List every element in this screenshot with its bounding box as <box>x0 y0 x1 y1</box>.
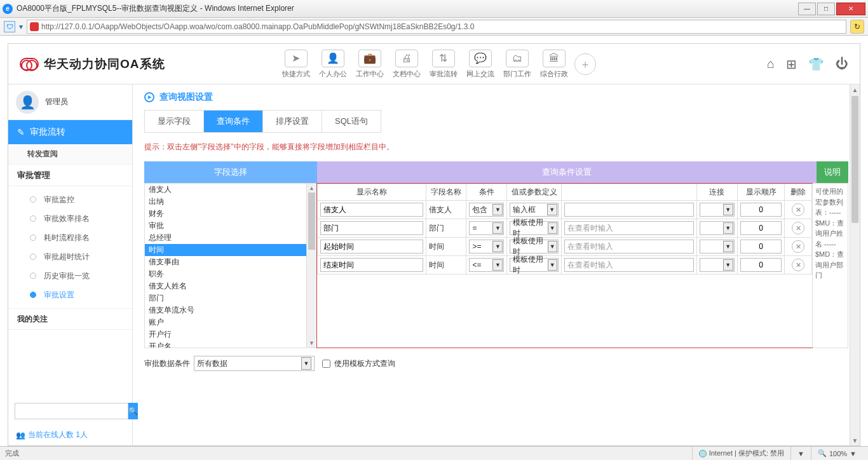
operator-select[interactable]: >=▼ <box>469 240 504 254</box>
power-icon[interactable]: ⏻ <box>836 57 848 72</box>
field-item[interactable]: 部门 <box>145 292 306 304</box>
display-name-input[interactable] <box>320 240 423 254</box>
topnav-icon: 👤 <box>322 50 344 67</box>
tab-1[interactable]: 查询条件 <box>204 111 263 132</box>
connector-select[interactable]: ▼ <box>700 203 735 217</box>
topnav-item-3[interactable]: 🖨文档中心 <box>390 50 423 79</box>
operator-select[interactable]: =▼ <box>469 221 504 235</box>
field-item[interactable]: 借支人姓名 <box>145 280 306 292</box>
maximize-button[interactable]: □ <box>817 3 835 15</box>
sidebar-item-3[interactable]: 审批超时统计 <box>8 247 132 266</box>
field-item[interactable]: 账户 <box>145 316 306 328</box>
order-input[interactable] <box>740 240 782 254</box>
sidebar-subitem-forward[interactable]: 转发查阅 <box>8 144 132 165</box>
cond-col-header: 删除 <box>785 184 812 201</box>
condition-table: 显示名称字段名称条件值或参数定义连接显示顺序删除借支人包含▼输入框▼▼✕部门=▼… <box>317 184 812 348</box>
status-zone: Internet | 保护模式: 禁用 <box>692 447 790 460</box>
add-nav-button[interactable]: ＋ <box>574 53 596 75</box>
zoom-control[interactable]: 🔍 100% ▼ <box>811 447 863 460</box>
valtype-select[interactable]: 模板使用时▼ <box>510 240 558 254</box>
sidebar-item-0[interactable]: 审批监控 <box>8 190 132 209</box>
valtype-select[interactable]: 模板使用时▼ <box>510 258 558 272</box>
data-scope-select[interactable]: 所有数据 ▼ <box>194 356 315 371</box>
online-count[interactable]: 👥 当前在线人数 1人 <box>8 424 132 445</box>
sidebar-search-input[interactable] <box>15 403 128 419</box>
value-input[interactable] <box>564 221 694 235</box>
value-input[interactable] <box>564 203 694 217</box>
scroll-down-icon[interactable]: ▼ <box>307 339 316 348</box>
minimize-button[interactable]: — <box>798 3 816 15</box>
scroll-up-icon[interactable]: ▲ <box>850 85 860 95</box>
operator-select[interactable]: <=▼ <box>469 258 504 272</box>
order-input[interactable] <box>740 258 782 272</box>
topnav-item-2[interactable]: 💼工作中心 <box>353 50 386 79</box>
field-scrollbar[interactable]: ▲ ▼ <box>306 184 316 348</box>
field-item[interactable]: 借支单流水号 <box>145 304 306 316</box>
display-name-input[interactable] <box>320 258 423 272</box>
sidebar-active-module[interactable]: ✎ 审批流转 <box>8 120 132 144</box>
scroll-thumb[interactable] <box>851 96 858 223</box>
sidebar-item-1[interactable]: 审批效率排名 <box>8 209 132 228</box>
operator-select[interactable]: 包含▼ <box>469 203 504 217</box>
value-input[interactable] <box>564 240 694 254</box>
scroll-up-icon[interactable]: ▲ <box>307 184 316 193</box>
main-scrollbar[interactable]: ▲ ▼ <box>850 85 860 445</box>
topnav-item-0[interactable]: ➤快捷方式 <box>280 50 313 79</box>
tab-2[interactable]: 排序设置 <box>263 111 322 132</box>
display-name-input[interactable] <box>320 221 423 235</box>
topnav-item-6[interactable]: 🗂部门工作 <box>501 50 534 79</box>
status-protect-toggle[interactable]: ▼ <box>790 447 811 460</box>
delete-row-button[interactable]: ✕ <box>792 240 804 253</box>
sidebar-group-follow[interactable]: 我的关注 <box>8 308 132 330</box>
header-help[interactable]: 说明 <box>817 161 848 183</box>
close-button[interactable]: ✕ <box>836 3 865 15</box>
scroll-down-icon[interactable]: ▼ <box>850 435 860 445</box>
connector-select[interactable]: ▼ <box>700 240 735 254</box>
tab-3[interactable]: SQL语句 <box>322 111 381 132</box>
field-item[interactable]: 开户名 <box>145 341 306 348</box>
order-input[interactable] <box>740 203 782 217</box>
display-name-input[interactable] <box>320 203 423 217</box>
field-list[interactable]: 借支人出纳财务审批总经理时间借支事由职务借支人姓名部门借支单流水号账户开户行开户… <box>145 184 306 348</box>
approval-icon: ✎ <box>17 127 25 137</box>
sidebar-item-5[interactable]: 审批设置 <box>8 285 132 304</box>
valtype-select[interactable]: 输入框▼ <box>510 203 558 217</box>
topnav-item-4[interactable]: ⇅审批流转 <box>427 50 460 79</box>
field-item[interactable]: 职务 <box>145 268 306 280</box>
apps-icon[interactable]: ⊞ <box>786 57 797 72</box>
delete-row-button[interactable]: ✕ <box>792 259 804 271</box>
topnav-item-5[interactable]: 💬网上交流 <box>464 50 497 79</box>
value-input[interactable] <box>564 258 694 272</box>
security-shield-icon[interactable]: 🛡 <box>4 21 15 32</box>
sidebar-item-4[interactable]: 历史审批一览 <box>8 266 132 285</box>
topnav-item-7[interactable]: 🏛综合行政 <box>538 50 571 79</box>
field-item[interactable]: 时间 <box>145 244 306 256</box>
topnav-item-1[interactable]: 👤个人办公 <box>316 50 349 79</box>
field-item[interactable]: 总经理 <box>145 232 306 244</box>
field-name-cell: 借支人 <box>426 201 466 219</box>
field-item[interactable]: 借支人 <box>145 184 306 196</box>
field-item[interactable]: 审批 <box>145 220 306 232</box>
valtype-select[interactable]: 模板使用时▼ <box>510 221 558 235</box>
field-item[interactable]: 出纳 <box>145 196 306 208</box>
scroll-thumb[interactable] <box>308 193 315 250</box>
sidebar-group-manage[interactable]: 审批管理 <box>8 165 132 186</box>
template-mode-checkbox[interactable] <box>322 360 330 368</box>
field-item[interactable]: 借支事由 <box>145 256 306 268</box>
sidebar-item-2[interactable]: 耗时流程排名 <box>8 228 132 247</box>
order-input[interactable] <box>740 221 782 235</box>
delete-row-button[interactable]: ✕ <box>792 203 804 216</box>
shirt-icon[interactable]: 👕 <box>808 57 824 72</box>
tab-0[interactable]: 显示字段 <box>145 111 204 132</box>
home-icon[interactable]: ⌂ <box>767 57 775 72</box>
delete-row-button[interactable]: ✕ <box>792 222 804 234</box>
bullet-icon <box>30 234 36 241</box>
url-input[interactable]: http://127.0.0.1/OAapp/WebObjects/OAapp.… <box>27 20 846 34</box>
topnav-icon: 🖨 <box>395 50 418 67</box>
refresh-button[interactable]: ↻ <box>850 20 864 34</box>
connector-select[interactable]: ▼ <box>700 221 735 235</box>
cond-col-header <box>561 184 696 201</box>
field-item[interactable]: 开户行 <box>145 328 306 341</box>
field-item[interactable]: 财务 <box>145 208 306 220</box>
connector-select[interactable]: ▼ <box>700 258 735 272</box>
